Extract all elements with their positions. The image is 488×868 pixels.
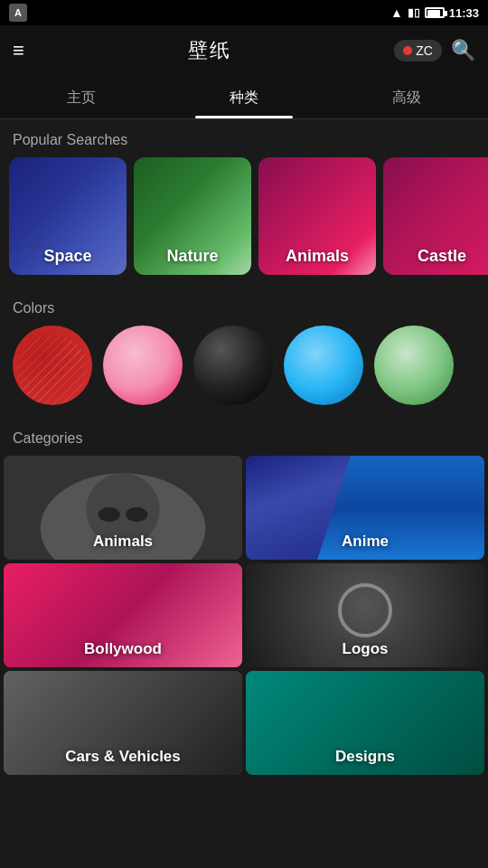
record-label: ZC [416,43,433,58]
color-red[interactable] [13,326,92,405]
main-content: Popular Searches Space Nature Animals Ca… [0,119,488,867]
tab-bar: 主页 种类 高级 [0,76,488,119]
category-label-bollywood: Bollywood [84,640,162,658]
popular-card-animals[interactable]: Animals [258,157,376,275]
search-icon[interactable]: 🔍 [451,39,475,62]
popular-card-nature-label: Nature [166,247,218,266]
status-bar: A ▲ ▮▯ 11:33 [0,0,488,25]
colors-title: Colors [0,288,488,326]
color-blue[interactable] [284,326,363,405]
categories-title: Categories [0,418,488,456]
color-green[interactable] [374,326,454,405]
category-card-cars[interactable]: Cars & Vehicles [4,671,242,775]
popular-card-space[interactable]: Space [9,157,127,275]
category-label-logos: Logos [343,640,389,658]
app-icon: A [9,4,27,22]
category-label-designs: Designs [335,748,395,766]
category-label-cars: Cars & Vehicles [65,748,181,766]
hamburger-menu[interactable]: ≡ [13,39,24,62]
color-black[interactable] [193,326,273,405]
tab-advanced[interactable]: 高级 [325,76,488,118]
popular-searches-list: Space Nature Animals Castle [0,157,488,288]
tab-home[interactable]: 主页 [0,76,163,118]
logos-circle-decoration [338,583,392,637]
top-right-actions: ZC 🔍 [394,39,475,62]
popular-card-castle-label: Castle [418,247,466,266]
colors-list [0,326,488,418]
battery-icon [425,7,445,18]
status-left: A [9,4,27,22]
color-pink[interactable] [103,326,183,405]
app-title: 壁纸 [188,37,231,64]
record-button[interactable]: ZC [394,40,442,61]
record-dot [403,46,412,55]
category-card-bollywood[interactable]: Bollywood [4,563,242,667]
category-label-anime: Anime [342,533,389,551]
category-label-animals: Animals [93,533,153,551]
category-card-logos[interactable]: Logos [246,563,484,667]
signal-icon: ▮▯ [408,6,420,19]
popular-card-animals-label: Animals [286,247,349,266]
category-card-designs[interactable]: Designs [246,671,484,775]
top-bar: ≡ 壁纸 ZC 🔍 [0,25,488,76]
popular-card-nature[interactable]: Nature [134,157,251,275]
category-card-anime[interactable]: Anime [246,456,484,560]
popular-card-space-label: Space [43,247,91,266]
time-display: 11:33 [449,6,479,20]
popular-searches-title: Popular Searches [0,119,488,157]
status-right: ▲ ▮▯ 11:33 [390,5,479,20]
tab-categories[interactable]: 种类 [163,76,325,118]
categories-grid: Animals Anime Bollywood Logos Cars & Veh… [0,456,488,778]
popular-card-castle[interactable]: Castle [383,157,488,275]
wifi-icon: ▲ [390,5,403,20]
category-card-animals[interactable]: Animals [4,456,242,560]
